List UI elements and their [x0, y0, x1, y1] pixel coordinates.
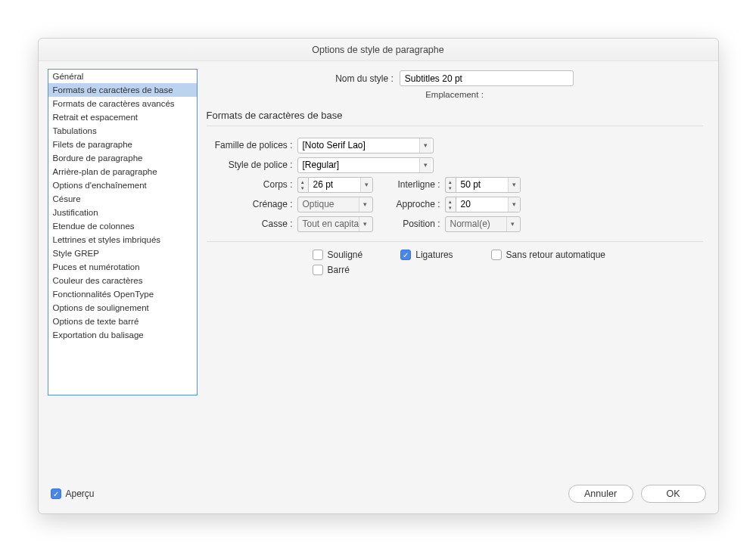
checkbox-checked-icon: ✓ — [400, 250, 411, 260]
font-style-label: Style de police : — [207, 160, 297, 170]
size-label: Corps : — [207, 179, 297, 190]
sidebar-item-basic-char-formats[interactable]: Formats de caractères de base — [48, 83, 197, 97]
style-name-label: Nom du style : — [335, 73, 394, 84]
font-style-combobox[interactable]: ▾ — [297, 157, 434, 173]
font-family-label: Famille de polices : — [207, 140, 297, 150]
font-family-combobox[interactable]: ▾ — [297, 138, 434, 154]
tracking-input[interactable] — [456, 197, 508, 212]
chevron-down-icon[interactable]: ▾ — [419, 138, 431, 153]
paragraph-style-options-dialog: Options de style de paragraphe Général F… — [38, 38, 719, 514]
case-value: Tout en capita... — [298, 219, 359, 229]
sidebar-item-indents-spacing[interactable]: Retrait et espacement — [48, 110, 197, 124]
sidebar-item-tabs[interactable]: Tabulations — [48, 124, 197, 138]
chevron-down-icon[interactable]: ▾ — [359, 197, 371, 212]
underline-checkbox[interactable]: Souligné — [313, 250, 363, 260]
sidebar-item-paragraph-rules[interactable]: Filets de paragraphe — [48, 138, 197, 151]
size-input[interactable] — [309, 178, 360, 192]
kerning-value: Optique — [298, 199, 359, 209]
leading-input[interactable] — [456, 178, 508, 192]
chevron-down-icon[interactable]: ▾ — [359, 217, 371, 231]
position-label: Position : — [388, 219, 445, 229]
section-divider — [207, 241, 703, 242]
case-label: Casse : — [207, 219, 297, 229]
dialog-footer: ✓ Aperçu Annuler OK — [39, 477, 718, 513]
sidebar-item-underline-options[interactable]: Options de soulignement — [48, 301, 197, 315]
leading-stepper[interactable]: ▴▾ ▾ — [445, 177, 521, 193]
ligatures-checkbox[interactable]: ✓ Ligatures — [400, 250, 453, 260]
leading-label: Interligne : — [388, 179, 445, 190]
dialog-title: Options de style de paragraphe — [39, 39, 718, 61]
tracking-stepper[interactable]: ▴▾ ▾ — [445, 197, 521, 212]
sidebar-item-bullets-numbering[interactable]: Puces et numérotation — [48, 260, 197, 274]
ligatures-label: Ligatures — [415, 250, 453, 260]
kerning-select[interactable]: Optique ▾ — [297, 197, 373, 212]
cancel-button[interactable]: Annuler — [568, 485, 633, 503]
no-break-checkbox[interactable]: Sans retour automatique — [491, 250, 605, 260]
sidebar-item-general[interactable]: Général — [48, 70, 197, 83]
ok-button[interactable]: OK — [641, 485, 706, 503]
sidebar-item-strikethrough-options[interactable]: Options de texte barré — [48, 315, 197, 328]
position-select[interactable]: Normal(e) ▾ — [445, 216, 521, 232]
sidebar-item-paragraph-shading[interactable]: Arrière-plan de paragraphe — [48, 165, 197, 178]
sidebar-item-advanced-char-formats[interactable]: Formats de caractères avancés — [48, 97, 197, 110]
no-break-label: Sans retour automatique — [506, 250, 605, 260]
sidebar-item-drop-caps[interactable]: Lettrines et styles imbriqués — [48, 233, 197, 247]
underline-label: Souligné — [328, 250, 363, 260]
stepper-arrows-icon[interactable]: ▴▾ — [445, 197, 456, 212]
preview-label: Aperçu — [66, 488, 95, 499]
checkbox-icon — [313, 265, 323, 275]
chevron-down-icon[interactable]: ▾ — [506, 217, 518, 231]
sidebar-item-justification[interactable]: Justification — [48, 206, 197, 219]
sidebar-item-hyphenation[interactable]: Césure — [48, 192, 197, 206]
checkbox-icon — [491, 250, 502, 260]
sidebar-item-opentype-features[interactable]: Fonctionnalités OpenType — [48, 287, 197, 301]
strikethrough-label: Barré — [328, 265, 350, 275]
section-title: Formats de caractères de base — [207, 110, 703, 121]
checkbox-checked-icon: ✓ — [51, 488, 61, 499]
sidebar-item-character-color[interactable]: Couleur des caractères — [48, 274, 197, 287]
chevron-down-icon[interactable]: ▾ — [508, 197, 520, 212]
font-style-input[interactable] — [298, 158, 419, 172]
position-value: Normal(e) — [446, 219, 506, 229]
category-sidebar: Général Formats de caractères de base Fo… — [48, 69, 198, 395]
sidebar-item-keep-options[interactable]: Options d'enchaînement — [48, 178, 197, 192]
chevron-down-icon[interactable]: ▾ — [360, 178, 372, 192]
tracking-label: Approche : — [388, 199, 445, 209]
sidebar-item-paragraph-border[interactable]: Bordure de paragraphe — [48, 151, 197, 165]
stepper-arrows-icon[interactable]: ▴▾ — [297, 177, 308, 193]
strikethrough-checkbox[interactable]: Barré — [313, 265, 350, 275]
dialog-body: Général Formats de caractères de base Fo… — [39, 61, 718, 477]
case-select[interactable]: Tout en capita... ▾ — [297, 216, 373, 232]
location-label: Emplacement : — [207, 90, 703, 99]
style-name-input[interactable] — [400, 70, 574, 86]
main-panel: Nom du style : Emplacement : Formats de … — [207, 69, 709, 477]
size-stepper[interactable]: ▴▾ ▾ — [297, 177, 373, 193]
sidebar-item-export-tagging[interactable]: Exportation du balisage — [48, 328, 197, 342]
font-family-input[interactable] — [298, 138, 419, 153]
checkbox-icon — [313, 250, 323, 260]
sidebar-item-grep-style[interactable]: Style GREP — [48, 247, 197, 260]
kerning-label: Crénage : — [207, 199, 297, 209]
chevron-down-icon[interactable]: ▾ — [419, 158, 431, 172]
stepper-arrows-icon[interactable]: ▴▾ — [445, 177, 456, 193]
preview-checkbox[interactable]: ✓ Aperçu — [51, 488, 95, 499]
chevron-down-icon[interactable]: ▾ — [508, 178, 520, 192]
sidebar-item-span-columns[interactable]: Etendue de colonnes — [48, 219, 197, 233]
